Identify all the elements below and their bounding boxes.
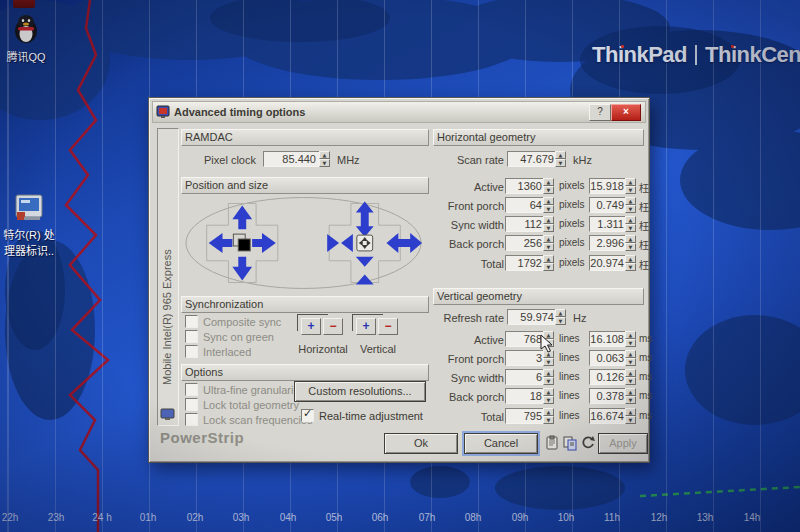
spinner-down-icon[interactable]: ▼ [625,205,636,213]
checkbox-box[interactable] [185,345,198,358]
time-spinner[interactable]: ▲▼ [625,178,636,194]
scan-rate-spinner[interactable]: ▲▼ [555,151,566,167]
spinner-up-icon[interactable]: ▲ [543,235,554,243]
count-field[interactable]: 64 [505,197,546,213]
checkbox-lock-scan-frequencies[interactable]: Lock scan frequencies [185,413,312,426]
time-field[interactable]: 0.126 [589,369,628,385]
spinner-down-icon[interactable]: ▼ [625,396,636,404]
checkbox-box-checked[interactable] [301,409,314,422]
spinner-up-icon[interactable]: ▲ [543,331,554,339]
time-spinner[interactable]: ▲▼ [625,255,636,271]
pixel-clock-field[interactable]: 85.440 [263,151,320,167]
time-spinner[interactable]: ▲▼ [625,388,636,404]
spinner-up-icon[interactable]: ▲ [625,178,636,186]
size-arrows[interactable] [327,202,422,285]
desktop-icon-partial[interactable] [4,0,44,10]
time-field[interactable]: 0.378 [589,388,628,404]
spinner-down-icon[interactable]: ▼ [625,186,636,194]
time-spinner[interactable]: ▲▼ [625,350,636,366]
spinner-up-icon[interactable]: ▲ [625,388,636,396]
spinner-up-icon[interactable]: ▲ [625,216,636,224]
checkbox-sync-on-green[interactable]: Sync on green [185,330,274,343]
help-button[interactable]: ? [589,104,611,121]
spinner-down-icon[interactable]: ▼ [625,263,636,271]
count-field[interactable]: 6 [505,369,546,385]
spinner-down-icon[interactable]: ▼ [555,317,566,325]
spinner-up-icon[interactable]: ▲ [543,350,554,358]
spinner-down-icon[interactable]: ▼ [625,377,636,385]
time-spinner[interactable]: ▲▼ [625,369,636,385]
checkbox-ultra-fine-granularity[interactable]: Ultra-fine granularity [185,383,302,396]
spinner-up-icon[interactable]: ▲ [625,235,636,243]
apply-button[interactable]: Apply [598,433,648,454]
spinner-up-icon[interactable]: ▲ [543,178,554,186]
time-spinner[interactable]: ▲▼ [625,235,636,251]
spinner-up-icon[interactable]: ▲ [625,331,636,339]
time-field[interactable]: 16.674 [589,408,628,424]
horizontal-plus-button[interactable]: + [301,318,321,335]
count-spinner[interactable]: ▲▼ [543,331,554,347]
ok-button[interactable]: Ok [384,433,458,454]
copy-icon[interactable] [562,435,578,451]
spinner-up-icon[interactable]: ▲ [543,408,554,416]
time-spinner[interactable]: ▲▼ [625,216,636,232]
spinner-down-icon[interactable]: ▼ [543,224,554,232]
checkbox-box[interactable] [185,315,198,328]
time-field[interactable]: 15.918 [589,178,628,194]
checkbox-box[interactable] [185,413,198,426]
time-field[interactable]: 1.311 [589,216,628,232]
spinner-down-icon[interactable]: ▼ [625,243,636,251]
paste-icon[interactable] [544,435,560,451]
count-spinner[interactable]: ▲▼ [543,350,554,366]
time-field[interactable]: 0.749 [589,197,628,213]
spinner-up-icon[interactable]: ▲ [543,216,554,224]
spinner-down-icon[interactable]: ▼ [543,416,554,424]
time-field[interactable]: 16.108 [589,331,628,347]
checkbox-interlaced[interactable]: Interlaced [185,345,251,358]
time-spinner[interactable]: ▲▼ [625,331,636,347]
spinner-up-icon[interactable]: ▲ [555,151,566,159]
count-field[interactable]: 768 [505,331,546,347]
custom-resolutions-button[interactable]: Custom resolutions... [294,381,426,402]
time-field[interactable]: 0.063 [589,350,628,366]
time-spinner[interactable]: ▲▼ [625,197,636,213]
spinner-down-icon[interactable]: ▼ [625,339,636,347]
pixel-clock-spinner[interactable]: ▲▼ [319,151,330,167]
time-field[interactable]: 20.974 [589,255,628,271]
close-button[interactable]: × [611,104,641,121]
refresh-rate-field[interactable]: 59.974 [507,309,558,325]
spinner-down-icon[interactable]: ▼ [543,339,554,347]
checkbox-realtime-adjustment[interactable]: Real-time adjustment [301,409,423,422]
spinner-up-icon[interactable]: ▲ [625,197,636,205]
time-spinner[interactable]: ▲▼ [625,408,636,424]
spinner-up-icon[interactable]: ▲ [555,309,566,317]
scan-rate-field[interactable]: 47.679 [507,151,558,167]
count-spinner[interactable]: ▲▼ [543,197,554,213]
desktop-icon-qq[interactable]: 腾讯QQ [0,14,52,64]
spinner-up-icon[interactable]: ▲ [625,350,636,358]
spinner-down-icon[interactable]: ▼ [543,243,554,251]
count-spinner[interactable]: ▲▼ [543,255,554,271]
time-field[interactable]: 2.996 [589,235,628,251]
spinner-down-icon[interactable]: ▼ [543,186,554,194]
cancel-button[interactable]: Cancel [464,433,538,454]
checkbox-box[interactable] [185,330,198,343]
count-spinner[interactable]: ▲▼ [543,408,554,424]
spinner-up-icon[interactable]: ▲ [625,255,636,263]
spinner-down-icon[interactable]: ▼ [625,416,636,424]
checkbox-composite-sync[interactable]: Composite sync [185,315,281,328]
spinner-up-icon[interactable]: ▲ [625,408,636,416]
count-spinner[interactable]: ▲▼ [543,369,554,385]
count-field[interactable]: 795 [505,408,546,424]
checkbox-box[interactable] [185,383,198,396]
count-spinner[interactable]: ▲▼ [543,235,554,251]
spinner-up-icon[interactable]: ▲ [543,388,554,396]
spinner-up-icon[interactable]: ▲ [543,255,554,263]
refresh-rate-spinner[interactable]: ▲▼ [555,309,566,325]
vertical-minus-button[interactable]: − [378,318,398,335]
spinner-down-icon[interactable]: ▼ [625,358,636,366]
spinner-down-icon[interactable]: ▼ [555,159,566,167]
spinner-down-icon[interactable]: ▼ [625,224,636,232]
desktop-icon-intel-utility[interactable]: 特尔(R) 处 理器标识.. [0,192,58,258]
spinner-down-icon[interactable]: ▼ [543,205,554,213]
